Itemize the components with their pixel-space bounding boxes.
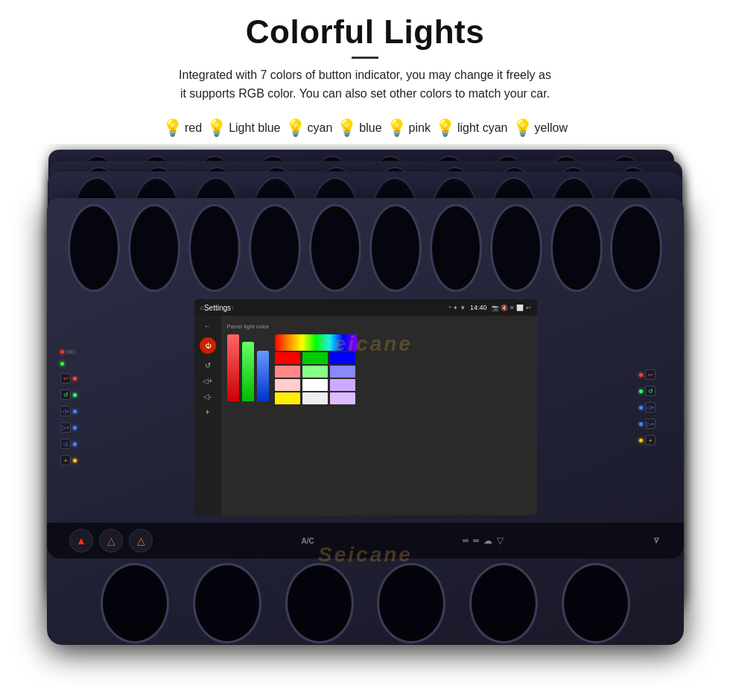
color-swatches-panel xyxy=(275,334,357,404)
hazard-btn-2[interactable]: △ xyxy=(99,529,123,553)
led-green xyxy=(60,362,64,366)
hazard-buttons: ▲ △ △ xyxy=(69,529,153,553)
oval-top-2 xyxy=(128,204,180,292)
oval-top-7 xyxy=(430,204,482,292)
swatch-white xyxy=(302,379,328,391)
left-controls: MIC ↩ ↺ xyxy=(57,349,92,465)
main-unit: MIC ↩ ↺ xyxy=(47,198,684,645)
color-label-yellow: yellow xyxy=(535,121,568,135)
oval-top-10 xyxy=(610,204,662,292)
screen-settings-title: Settings xyxy=(204,304,231,312)
screen-main-area: ← ⏻ ↺ ◁+ ◁- + Panel li xyxy=(194,316,537,515)
swatch-red xyxy=(275,352,300,364)
right-btn-column: ↩ ↺ xyxy=(639,369,673,445)
color-item-pink: 💡 pink xyxy=(387,120,431,136)
oval-top-5 xyxy=(309,204,361,292)
page-title: Colorful Lights xyxy=(30,13,700,51)
subtitle-text: Integrated with 7 colors of button indic… xyxy=(45,66,685,104)
color-label-blue: blue xyxy=(359,121,381,135)
bulb-icon-lightblue: 💡 xyxy=(206,120,226,136)
color-label-pink: pink xyxy=(409,121,431,135)
color-label-lightcyan: light cyan xyxy=(457,121,508,135)
product-image-container: MIC ↩ ↺ xyxy=(0,144,730,700)
bottom-controls: ▲ △ △ A/C ☁ xyxy=(47,523,684,559)
bulb-icon-pink: 💡 xyxy=(387,120,407,136)
oval-bottom-5 xyxy=(469,563,538,643)
color-item-yellow: 💡 yellow xyxy=(512,120,568,136)
screen-panel: Panel light color xyxy=(221,316,537,515)
swatch-green xyxy=(302,352,328,364)
color-sliders xyxy=(227,334,269,401)
hazard-btn-1[interactable]: ▲ xyxy=(69,529,93,553)
hazard-btn-3[interactable]: △ xyxy=(129,529,153,553)
oval-bottom-3 xyxy=(285,563,354,643)
bulb-icon-red: 💡 xyxy=(162,120,182,136)
swatch-lightred xyxy=(275,366,300,378)
stacked-units: MIC ↩ ↺ xyxy=(45,191,685,652)
swatch-lightgray xyxy=(302,392,328,404)
color-label-red: red xyxy=(185,121,202,135)
color-item-blue: 💡 blue xyxy=(337,120,381,136)
bulb-icon-lightcyan: 💡 xyxy=(435,120,455,136)
page-wrapper: Colorful Lights Integrated with 7 colors… xyxy=(0,0,730,700)
title-section: Colorful Lights Integrated with 7 colors… xyxy=(0,0,730,115)
swatch-yellow xyxy=(275,392,300,404)
bulb-icon-cyan: 💡 xyxy=(285,120,305,136)
oval-bottom-6 xyxy=(562,563,630,643)
color-label-cyan: cyan xyxy=(308,121,333,135)
oval-bottom-4 xyxy=(377,563,445,643)
color-indicator-list: 💡 red 💡 Light blue 💡 cyan 💡 blue 💡 pink … xyxy=(162,120,568,136)
swatch-lightgreen xyxy=(302,366,328,378)
top-ovals-row xyxy=(47,198,684,292)
swatch-lilac xyxy=(330,392,355,404)
screen-nav: ← ⏻ ↺ ◁+ ◁- + xyxy=(194,316,221,515)
oval-top-4 xyxy=(249,204,301,292)
bulb-icon-blue: 💡 xyxy=(337,120,357,136)
ac-label: A/C xyxy=(302,537,314,545)
screen-statusbar: ⌂ Settings ↑ * ✦ ▼ 14:40 📷 🔇 ✕ ⬜ ↩ xyxy=(194,299,537,316)
bar-green xyxy=(242,342,254,401)
dash-controls: ☁ ▽ xyxy=(463,535,504,546)
bottom-ovals-row xyxy=(47,559,684,651)
color-label-lightblue: Light blue xyxy=(229,121,280,135)
oval-top-9 xyxy=(550,204,603,292)
swatch-lightblue xyxy=(330,366,355,378)
screen-time: 14:40 xyxy=(470,304,487,311)
panel-light-label: Panel light color xyxy=(227,323,531,330)
swatch-blue xyxy=(330,352,355,364)
right-controls: ↩ ↺ xyxy=(639,369,673,445)
oval-top-1 xyxy=(68,204,120,292)
color-item-lightcyan: 💡 light cyan xyxy=(435,120,508,136)
mic-label: MIC xyxy=(60,349,92,354)
oval-top-3 xyxy=(188,204,241,292)
oval-bottom-2 xyxy=(193,563,261,643)
rainbow-swatch xyxy=(275,334,357,351)
oval-top-6 xyxy=(369,204,422,292)
color-item-red: 💡 red xyxy=(162,120,202,136)
swatch-grid xyxy=(275,352,357,404)
device-screen[interactable]: ⌂ Settings ↑ * ✦ ▼ 14:40 📷 🔇 ✕ ⬜ ↩ xyxy=(194,299,537,515)
bulb-icon-yellow: 💡 xyxy=(512,120,533,136)
vent-icon: ⛛ xyxy=(653,535,661,546)
screen-color-content xyxy=(227,334,531,404)
middle-row: MIC ↩ ↺ xyxy=(47,292,684,523)
color-item-lightblue: 💡 Light blue xyxy=(206,120,280,136)
swatch-paleред xyxy=(275,379,300,391)
left-btn-column: ↩ ↺ xyxy=(60,373,92,465)
bar-red xyxy=(227,334,239,401)
oval-top-8 xyxy=(490,204,542,292)
oval-bottom-1 xyxy=(101,563,169,643)
color-item-cyan: 💡 cyan xyxy=(285,120,333,136)
bar-blue xyxy=(257,351,269,401)
title-divider xyxy=(352,57,378,59)
swatch-lavender xyxy=(330,379,355,391)
